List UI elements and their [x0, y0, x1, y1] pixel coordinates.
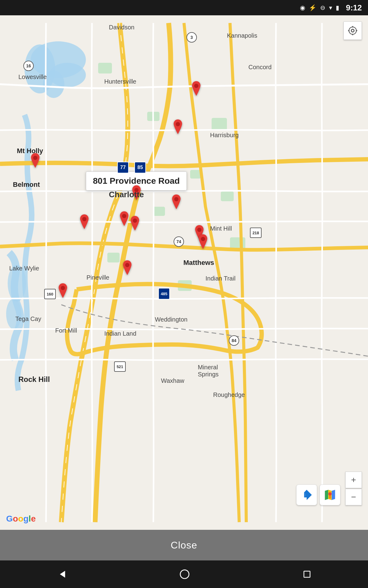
svg-point-24 — [197, 228, 201, 232]
svg-point-29 — [349, 27, 356, 34]
map-pin-6[interactable] — [78, 214, 91, 232]
svg-rect-15 — [230, 237, 245, 249]
map-pin-9[interactable] — [197, 234, 209, 252]
svg-rect-12 — [153, 207, 165, 216]
maps-button[interactable] — [320, 484, 340, 505]
map-pin-3[interactable] — [29, 153, 42, 171]
svg-point-26 — [125, 263, 129, 267]
donotdisturb-icon: ⊖ — [320, 4, 325, 11]
action-icons-group — [296, 484, 340, 505]
battery-icon: ▮ — [336, 4, 339, 11]
svg-point-22 — [122, 214, 126, 218]
svg-rect-11 — [221, 191, 234, 201]
svg-point-21 — [82, 217, 86, 221]
svg-marker-36 — [332, 490, 335, 500]
svg-point-23 — [133, 219, 137, 223]
svg-rect-31 — [304, 494, 306, 496]
svg-rect-40 — [304, 571, 310, 577]
wifi-icon: ▾ — [329, 4, 332, 11]
map-pin-active[interactable] — [130, 185, 143, 203]
svg-point-6 — [6, 299, 21, 329]
svg-point-28 — [351, 29, 354, 32]
bluetooth-icon: ⚡ — [309, 4, 316, 11]
status-bar: ◉ ⚡ ⊖ ▾ ▮ 9:12 — [0, 0, 368, 15]
svg-point-17 — [176, 122, 180, 126]
map-pin-7b[interactable] — [128, 216, 141, 234]
svg-point-18 — [33, 156, 37, 160]
map-pin-10[interactable] — [121, 260, 134, 278]
zoom-controls: + − — [345, 472, 362, 505]
map-background — [0, 15, 368, 530]
map-pin-5[interactable] — [170, 194, 183, 213]
map-pin-11[interactable] — [56, 283, 69, 301]
svg-point-4 — [49, 63, 86, 87]
svg-point-39 — [180, 570, 189, 579]
status-time: 9:12 — [346, 3, 362, 13]
svg-point-20 — [174, 197, 178, 202]
locate-button[interactable] — [343, 21, 362, 40]
zoom-in-button[interactable]: + — [345, 472, 362, 488]
svg-rect-10 — [190, 170, 201, 179]
home-button[interactable] — [170, 566, 199, 582]
map-container[interactable]: 801 Providence Road Davidson Kannapolis … — [0, 15, 368, 530]
close-bar[interactable]: Close — [0, 530, 368, 560]
location-icon: ◉ — [300, 4, 305, 11]
back-button[interactable] — [47, 566, 76, 582]
svg-point-19 — [134, 188, 139, 192]
svg-point-25 — [201, 237, 205, 241]
svg-rect-7 — [98, 63, 112, 74]
recents-button[interactable] — [293, 567, 321, 582]
svg-point-5 — [8, 265, 26, 302]
svg-point-27 — [61, 286, 65, 290]
svg-rect-9 — [212, 118, 227, 130]
svg-marker-38 — [60, 571, 65, 578]
svg-rect-13 — [107, 253, 120, 262]
svg-marker-34 — [325, 490, 328, 500]
map-pin-1[interactable] — [190, 81, 203, 99]
close-label: Close — [171, 540, 197, 551]
map-pin-2[interactable] — [171, 119, 184, 138]
svg-point-16 — [194, 84, 198, 88]
nav-bar — [0, 560, 368, 588]
zoom-out-button[interactable]: − — [345, 489, 362, 505]
directions-button[interactable] — [296, 484, 317, 505]
